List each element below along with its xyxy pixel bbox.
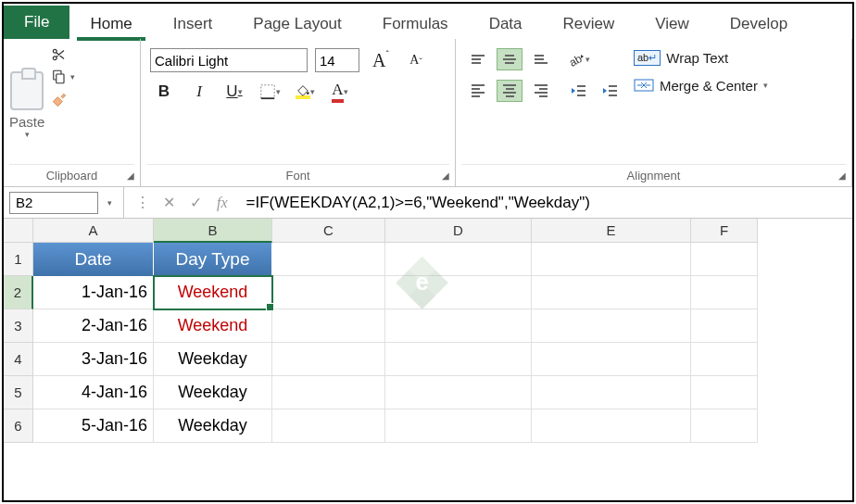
cell-C6[interactable]	[272, 410, 385, 443]
format-painter-button[interactable]	[50, 91, 75, 109]
font-color-button[interactable]: A ▾	[326, 80, 354, 104]
cell-C1[interactable]	[272, 243, 385, 276]
row-header-4[interactable]: 4	[4, 343, 33, 376]
cell-C4[interactable]	[272, 343, 385, 376]
col-header-A[interactable]: A	[33, 219, 154, 243]
col-header-B[interactable]: B	[154, 219, 272, 243]
row-header-5[interactable]: 5	[4, 376, 33, 410]
chevron-down-icon[interactable]: ▾	[102, 198, 118, 208]
formula-more-icon[interactable]: ⋮	[135, 194, 148, 211]
merge-center-button[interactable]: Merge & Center ▾	[634, 77, 768, 94]
row-header-6[interactable]: 6	[4, 410, 33, 443]
tab-formulas[interactable]: Formulas	[362, 7, 469, 39]
increase-indent-button[interactable]	[597, 80, 623, 102]
tab-view[interactable]: View	[635, 7, 710, 39]
tab-file[interactable]: File	[4, 6, 69, 39]
cell-F4[interactable]	[691, 343, 758, 376]
align-bottom-button[interactable]	[528, 48, 554, 70]
cell-E3[interactable]	[532, 309, 691, 343]
cell-D4[interactable]	[385, 343, 532, 376]
align-center-button[interactable]	[497, 80, 522, 102]
decrease-font-button[interactable]: Aˇ	[402, 48, 430, 72]
orientation-button[interactable]: ab ▾	[565, 48, 591, 70]
cell-A2[interactable]: 1-Jan-16	[33, 276, 154, 309]
cell-A6[interactable]: 5-Jan-16	[33, 410, 154, 443]
copy-button[interactable]: ▾	[50, 69, 75, 85]
cell-B1[interactable]: Day Type	[154, 243, 272, 276]
font-name-combo[interactable]	[150, 48, 308, 72]
cell-F1[interactable]	[691, 243, 758, 276]
cut-button[interactable]	[50, 46, 75, 63]
col-header-E[interactable]: E	[532, 219, 691, 243]
align-top-button[interactable]	[465, 48, 491, 70]
cell-F2[interactable]	[691, 276, 758, 309]
align-left-button[interactable]	[465, 80, 491, 102]
cell-B4[interactable]: Weekday	[154, 343, 272, 376]
dialog-launcher-icon[interactable]: ◢	[127, 170, 134, 181]
cell-F3[interactable]	[691, 309, 758, 343]
cell-A3[interactable]: 2-Jan-16	[33, 309, 154, 343]
cell-C3[interactable]	[272, 309, 385, 343]
decrease-indent-button[interactable]	[565, 80, 591, 102]
cell-D6[interactable]	[385, 410, 532, 443]
group-alignment: ab ▾ ab↵	[456, 39, 852, 186]
cell-D1[interactable]	[385, 243, 532, 276]
align-middle-button[interactable]	[497, 48, 522, 70]
paste-button[interactable]: Paste ▾	[9, 44, 44, 164]
formula-input[interactable]	[239, 187, 852, 218]
cell-E5[interactable]	[532, 376, 691, 410]
cell-E4[interactable]	[532, 343, 691, 376]
select-all-corner[interactable]	[4, 219, 33, 243]
cell-A5[interactable]: 4-Jan-16	[33, 376, 154, 410]
font-size-combo[interactable]	[315, 48, 359, 72]
svg-rect-2	[260, 85, 273, 98]
cell-B3[interactable]: Weekend	[154, 309, 272, 343]
cell-D2[interactable]	[385, 276, 532, 309]
row-header-1[interactable]: 1	[4, 243, 33, 276]
increase-font-button[interactable]: Aˆ	[367, 48, 395, 72]
cell-D5[interactable]	[385, 376, 532, 410]
group-font: Aˆ Aˇ B I U ▾ ▾	[141, 39, 456, 186]
cell-E1[interactable]	[532, 243, 691, 276]
chevron-down-icon: ▾	[585, 55, 590, 64]
copy-icon	[50, 69, 67, 85]
tab-review[interactable]: Review	[543, 7, 636, 39]
cell-D3[interactable]	[385, 309, 532, 343]
cancel-formula-button[interactable]: ✕	[163, 194, 175, 211]
cell-F6[interactable]	[691, 410, 758, 443]
group-label-font: Font	[146, 164, 449, 186]
wrap-text-button[interactable]: ab↵ Wrap Text	[634, 50, 768, 66]
row-header-2[interactable]: 2	[4, 276, 33, 309]
borders-button[interactable]: ▾	[256, 80, 283, 104]
fill-color-button[interactable]: ▾	[291, 80, 319, 104]
tab-data[interactable]: Data	[469, 7, 543, 39]
col-header-D[interactable]: D	[385, 219, 532, 243]
cell-C5[interactable]	[272, 376, 385, 410]
cell-B2[interactable]: Weekend	[154, 276, 272, 309]
cell-C2[interactable]	[272, 276, 385, 309]
row-header-3[interactable]: 3	[4, 309, 33, 343]
insert-function-button[interactable]: fx	[217, 195, 228, 211]
col-header-C[interactable]: C	[272, 219, 385, 243]
cell-B5[interactable]: Weekday	[154, 376, 272, 410]
tab-developer[interactable]: Develop	[710, 7, 808, 39]
dialog-launcher-icon[interactable]: ◢	[838, 170, 846, 181]
bold-button[interactable]: B	[150, 80, 178, 104]
italic-button[interactable]: I	[185, 80, 213, 104]
cell-E2[interactable]	[532, 276, 691, 309]
merge-center-label: Merge & Center	[660, 78, 758, 94]
cell-A1[interactable]: Date	[33, 243, 154, 276]
col-header-F[interactable]: F	[691, 219, 758, 243]
name-box[interactable]	[9, 192, 98, 214]
cell-E6[interactable]	[532, 410, 691, 443]
tab-home[interactable]: Home	[69, 7, 152, 39]
tab-insert[interactable]: Insert	[153, 7, 233, 39]
cell-A4[interactable]: 3-Jan-16	[33, 343, 154, 376]
align-right-button[interactable]	[528, 80, 554, 102]
underline-button[interactable]: U ▾	[220, 80, 248, 104]
tab-page-layout[interactable]: Page Layout	[233, 7, 361, 39]
cell-B6[interactable]: Weekday	[154, 410, 272, 443]
dialog-launcher-icon[interactable]: ◢	[442, 170, 449, 181]
cell-F5[interactable]	[691, 376, 758, 410]
enter-formula-button[interactable]: ✓	[190, 194, 202, 211]
